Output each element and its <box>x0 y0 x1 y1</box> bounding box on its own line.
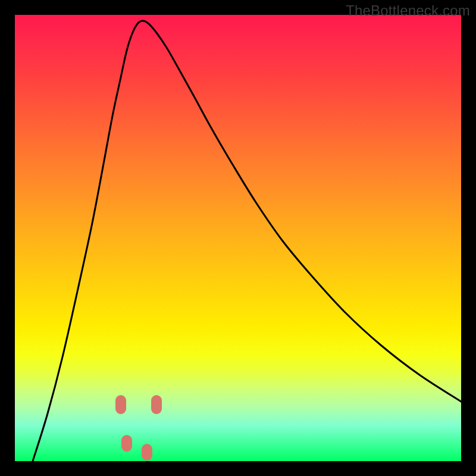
curve-markers <box>115 395 162 461</box>
watermark-text: TheBottleneck.com <box>346 2 470 19</box>
curve-marker <box>121 435 132 452</box>
curve-marker <box>115 395 126 414</box>
curve-marker <box>151 395 162 414</box>
chart-svg <box>15 15 461 461</box>
bottleneck-curve <box>33 21 461 461</box>
curve-marker <box>142 444 152 461</box>
